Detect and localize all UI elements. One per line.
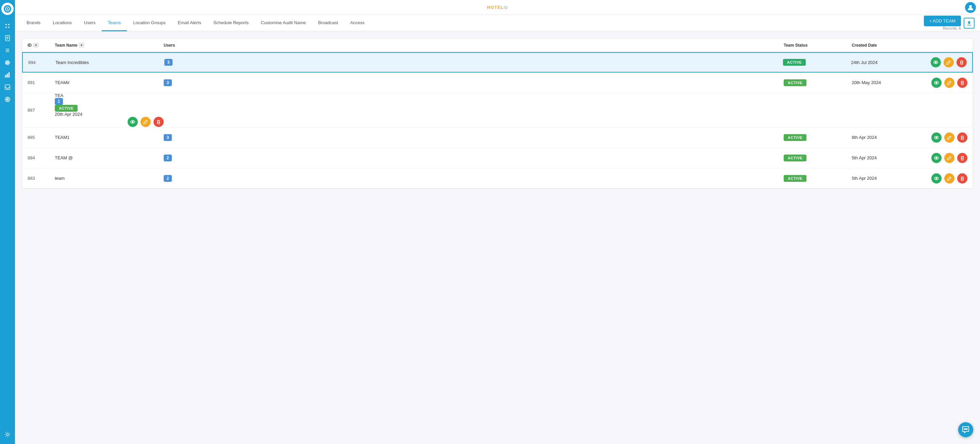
user-count-badge: 3 (164, 59, 172, 66)
svg-rect-17 (5, 75, 6, 77)
edit-button[interactable] (140, 117, 151, 127)
tab-users[interactable]: Users (78, 15, 102, 31)
edit-button[interactable] (944, 153, 955, 163)
status-badge: ACTIVE (783, 59, 806, 66)
cell-created-date: 20th Apr 2024 (55, 112, 164, 117)
tab-email-alerts[interactable]: Email Alerts (172, 15, 208, 31)
cell-users: 1 (55, 98, 164, 105)
cell-id: 891 (27, 80, 55, 85)
tab-location-groups[interactable]: Location Groups (127, 15, 172, 31)
cell-actions (920, 173, 967, 184)
tab-brands[interactable]: Brands (21, 15, 47, 31)
status-badge: ACTIVE (55, 105, 78, 112)
view-button[interactable] (931, 173, 942, 184)
svg-point-1 (7, 8, 8, 10)
nav-actions: + ADD TEAM Records: 6 (924, 16, 975, 30)
user-count-badge: 1 (55, 98, 63, 105)
cell-actions (920, 133, 967, 143)
logo-text: HOTEL (487, 5, 504, 10)
svg-point-25 (969, 5, 972, 8)
sort-team-name-button[interactable]: ▾ (79, 43, 84, 48)
table-body: 894 Team Incredibles 3 ACTIVE 24th Jul 2… (22, 52, 973, 188)
tab-locations[interactable]: Locations (47, 15, 78, 31)
delete-button[interactable] (957, 78, 967, 88)
records-count: Records: 6 (943, 26, 961, 30)
table-row[interactable]: 885 TEAM1 3 ACTIVE 8th Apr 2024 (22, 127, 973, 148)
delete-button[interactable] (957, 133, 967, 143)
th-id: ID ▾ (27, 43, 55, 48)
cell-status: ACTIVE (784, 134, 852, 141)
cell-status: ACTIVE (784, 175, 852, 182)
settings-icon[interactable] (2, 429, 13, 440)
table-row[interactable]: 891 TEAM# 3 ACTIVE 20th May 2024 (22, 72, 973, 93)
table-row[interactable]: 884 TEAM @ 2 ACTIVE 5th Apr 2024 (22, 148, 973, 168)
status-badge: ACTIVE (784, 134, 807, 141)
cell-status: ACTIVE (55, 105, 164, 112)
svg-marker-13 (5, 60, 8, 65)
delete-button[interactable] (957, 153, 967, 163)
svg-point-33 (936, 82, 937, 83)
th-team-name: Team Name ▾ (55, 43, 164, 48)
target-icon[interactable] (2, 94, 13, 105)
sort-id-button[interactable]: ▾ (33, 43, 39, 48)
user-avatar[interactable] (965, 2, 976, 13)
edit-button[interactable] (944, 78, 955, 88)
svg-rect-20 (5, 85, 10, 89)
cell-users: 2 (164, 175, 784, 182)
chart-icon[interactable] (2, 69, 13, 80)
status-badge: ACTIVE (784, 175, 807, 182)
inbox-icon[interactable] (2, 82, 13, 93)
view-button[interactable] (931, 133, 942, 143)
cell-created-date: 5th Apr 2024 (852, 155, 920, 160)
view-button[interactable] (931, 78, 942, 88)
table-row[interactable]: 894 Team Incredibles 3 ACTIVE 24th Jul 2… (22, 52, 973, 72)
svg-point-23 (7, 99, 8, 100)
view-button[interactable] (931, 153, 942, 163)
edit-button[interactable] (944, 173, 955, 184)
download-button[interactable] (964, 18, 975, 29)
delete-button[interactable] (153, 117, 164, 127)
cell-id: 894 (28, 60, 56, 65)
delete-button[interactable] (957, 173, 967, 184)
main-content: ID ▾ Team Name ▾ Users Team Status Creat… (15, 31, 980, 196)
tab-customise-audit-name[interactable]: Customise Audit Name (255, 15, 312, 31)
cell-created-date: 8th Apr 2024 (852, 135, 920, 140)
sidebar-logo[interactable] (2, 3, 14, 15)
cell-created-date: 24th Jul 2024 (851, 60, 919, 65)
cell-created-date: 5th Apr 2024 (852, 176, 920, 181)
add-team-button[interactable]: + ADD TEAM (924, 16, 961, 26)
svg-point-43 (936, 137, 937, 138)
cell-id: 884 (27, 155, 55, 160)
edit-button[interactable] (943, 57, 954, 67)
chat-button[interactable] (958, 422, 973, 437)
table-header: ID ▾ Team Name ▾ Users Team Status Creat… (22, 38, 973, 52)
view-button[interactable] (127, 117, 138, 127)
svg-point-4 (5, 27, 7, 28)
tab-broadcast[interactable]: Broadcast (312, 15, 344, 31)
menu-dots-icon[interactable] (2, 21, 13, 31)
user-count-badge: 2 (164, 155, 172, 161)
svg-point-59 (967, 429, 967, 430)
cell-id: 887 (27, 108, 55, 113)
list-icon[interactable] (2, 45, 13, 56)
table-row[interactable]: 883 team 2 ACTIVE 5th Apr 2024 (22, 168, 973, 188)
tab-access[interactable]: Access (344, 15, 371, 31)
svg-point-2 (5, 24, 7, 25)
document-icon[interactable] (2, 33, 13, 43)
th-team-status: Team Status (784, 43, 852, 48)
cell-actions (920, 78, 967, 88)
logo-suffix: IO (504, 6, 508, 10)
svg-point-24 (6, 433, 8, 436)
broadcast-icon[interactable] (2, 57, 13, 68)
delete-button[interactable] (956, 57, 967, 67)
cell-id: 883 (27, 176, 55, 181)
svg-rect-26 (967, 25, 971, 26)
tab-teams[interactable]: Teams (102, 15, 127, 31)
tab-schedule-reports[interactable]: Schedule Reports (207, 15, 255, 31)
edit-button[interactable] (944, 133, 955, 143)
table-row[interactable]: 887 TEA 1 ACTIVE 20th Apr 2024 (22, 93, 973, 127)
view-button[interactable] (931, 57, 941, 67)
svg-point-53 (936, 178, 937, 179)
cell-users: 3 (164, 134, 784, 141)
cell-actions (919, 57, 967, 67)
